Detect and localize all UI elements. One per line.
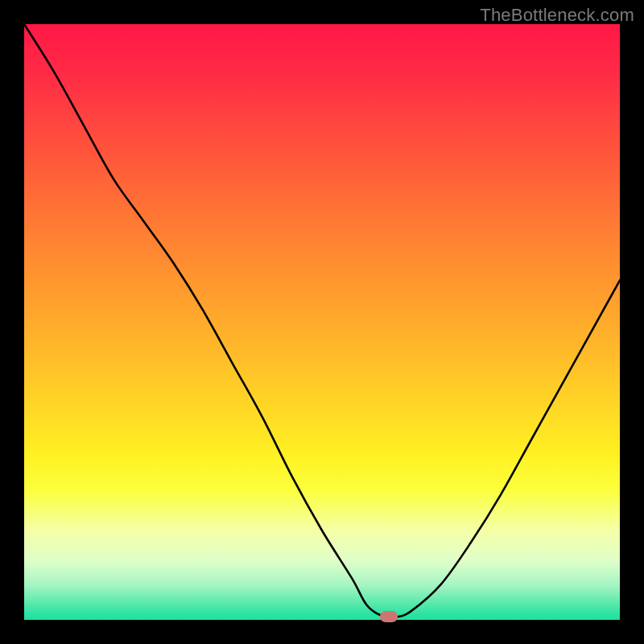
curve-path [24, 24, 620, 617]
plot-area [24, 24, 620, 620]
optimal-marker [380, 611, 398, 622]
chart-container: TheBottleneck.com [0, 0, 644, 644]
attribution-label: TheBottleneck.com [480, 5, 634, 26]
bottleneck-curve [24, 24, 620, 620]
